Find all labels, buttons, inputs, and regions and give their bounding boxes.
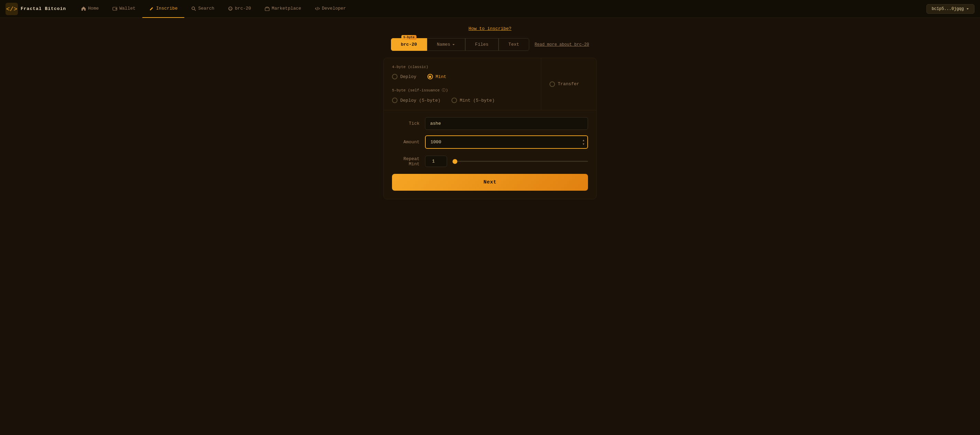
tick-input[interactable] (425, 117, 588, 130)
nav-home[interactable]: Home (74, 0, 105, 18)
amount-spinners: ▲ ▼ (581, 138, 586, 146)
amount-input-wrap: ▲ ▼ (425, 135, 588, 149)
4byte-label: 4-byte (classic) (392, 65, 533, 69)
mint5-radio-circle (452, 98, 457, 103)
next-button[interactable]: Next (392, 174, 588, 191)
marketplace-icon (265, 6, 270, 11)
svg-text:</>: </> (6, 6, 17, 13)
transfer-radio-circle (549, 81, 555, 87)
how-to-inscribe-link[interactable]: How to inscribe? (469, 26, 512, 31)
nav-wallet[interactable]: Wallet (105, 0, 142, 18)
nav-marketplace[interactable]: Marketplace (258, 0, 308, 18)
home-icon (81, 6, 86, 11)
svg-rect-3 (116, 8, 116, 9)
svg-text:{}: {} (229, 8, 232, 10)
tab-text[interactable]: Text (499, 38, 529, 51)
svg-line-5 (195, 9, 196, 11)
nav-brc20[interactable]: {} brc-20 (221, 0, 258, 18)
mint-radio-dot (429, 76, 431, 78)
classic-radio-group: Deploy Mint (392, 74, 533, 79)
mint-option[interactable]: Mint (427, 74, 446, 79)
tick-label: Tick (392, 121, 420, 126)
logo[interactable]: </> Fractal Bitcoin (5, 3, 72, 15)
brc20-icon: {} (228, 6, 233, 11)
operation-section: 4-byte (classic) Deploy Mint 5-byte (sel (384, 58, 596, 110)
logo-text: Fractal Bitcoin (21, 6, 66, 11)
amount-input[interactable] (425, 135, 588, 149)
transfer-section: Transfer (541, 58, 596, 110)
svg-point-4 (192, 7, 195, 10)
amount-spin-down[interactable]: ▼ (581, 142, 586, 146)
tab-badge-5byte: 5-byte (401, 35, 417, 40)
tick-row: Tick (392, 117, 588, 130)
tab-brc20[interactable]: 5-byte brc-20 (391, 38, 427, 51)
wallet-address-button[interactable]: bc1p5...0jgqg (926, 4, 975, 14)
deploy-option[interactable]: Deploy (392, 74, 417, 79)
transfer-option[interactable]: Transfer (549, 81, 588, 87)
tabs-row: 5-byte brc-20 Names Files Text Read more… (391, 38, 589, 51)
mint-radio-circle (427, 74, 433, 79)
classic-section: 4-byte (classic) Deploy Mint 5-byte (sel (384, 58, 541, 110)
amount-row: Amount ▲ ▼ (392, 135, 588, 149)
form-card: 4-byte (classic) Deploy Mint 5-byte (sel (383, 58, 597, 199)
deploy5-option[interactable]: Deploy (5-byte) (392, 98, 441, 103)
next-btn-wrap: Next (384, 174, 596, 199)
5byte-radio-group: Deploy (5-byte) Mint (5-byte) (392, 98, 533, 103)
wallet-icon (113, 6, 117, 11)
5byte-label: 5-byte (self-issuance ⓘ) (392, 87, 533, 93)
repeat-mint-input[interactable] (425, 156, 447, 167)
chevron-down-icon (966, 7, 969, 11)
search-icon (191, 6, 196, 11)
main-content: How to inscribe? 5-byte brc-20 Names Fil… (0, 18, 980, 220)
tab-files[interactable]: Files (465, 38, 499, 51)
read-more-brc20-link[interactable]: Read more about brc-20 (535, 42, 589, 47)
logo-icon: </> (5, 3, 18, 15)
deploy-radio-circle (392, 74, 398, 79)
repeat-slider-wrap (452, 161, 588, 162)
mint5-option[interactable]: Mint (5-byte) (452, 98, 495, 103)
navbar: </> Fractal Bitcoin Home Wallet Inscribe… (0, 0, 980, 18)
deploy5-radio-circle (392, 98, 398, 103)
nav-developer[interactable]: Developer (308, 0, 353, 18)
inscribe-icon (149, 6, 154, 11)
repeat-mint-label: Repeat Mint (392, 156, 420, 167)
fields-section: Tick Amount ▲ ▼ (384, 110, 596, 156)
tab-names[interactable]: Names (427, 38, 465, 51)
amount-spin-up[interactable]: ▲ (581, 138, 586, 142)
developer-icon (315, 6, 320, 11)
repeat-mint-slider[interactable] (452, 161, 588, 162)
chevron-down-icon (452, 43, 455, 46)
svg-rect-8 (265, 8, 269, 11)
amount-label: Amount (392, 140, 420, 144)
nav-search[interactable]: Search (184, 0, 221, 18)
repeat-mint-row: Repeat Mint (384, 156, 596, 174)
nav-inscribe[interactable]: Inscribe (142, 0, 184, 18)
